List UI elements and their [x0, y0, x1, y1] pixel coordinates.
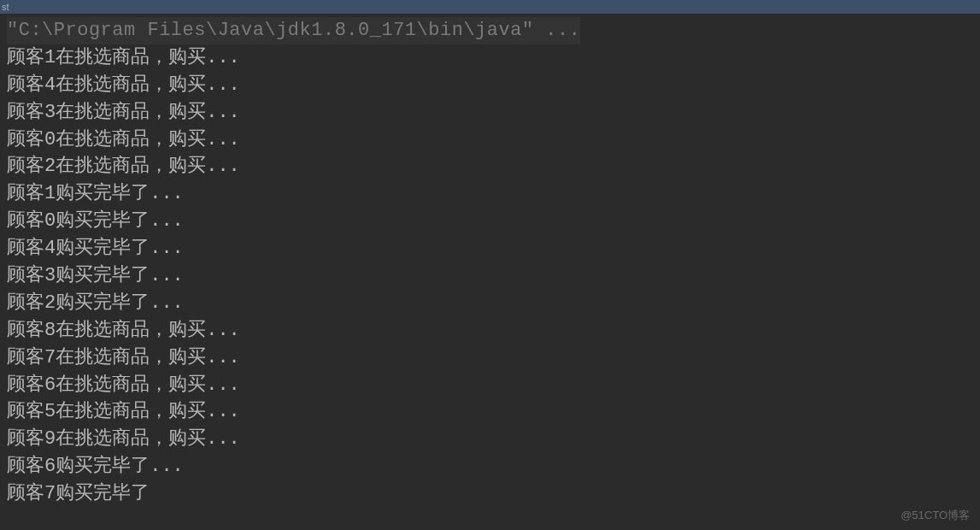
output-line: 顾客0购买完毕了...	[7, 208, 980, 235]
output-line: 顾客6购买完毕了...	[7, 453, 980, 480]
output-line: 顾客4在挑选商品，购买...	[7, 72, 980, 99]
output-line: 顾客1在挑选商品，购买...	[7, 44, 980, 72]
title-text: st	[2, 2, 9, 12]
command-line: "C:\Program Files\Java\jdk1.8.0_171\bin\…	[7, 17, 580, 44]
output-line: 顾客2在挑选商品，购买...	[7, 153, 980, 180]
output-line: 顾客0在挑选商品，购买...	[7, 127, 980, 154]
output-line: 顾客3购买完毕了...	[7, 262, 980, 290]
command-line-wrapper: "C:\Program Files\Java\jdk1.8.0_171\bin\…	[7, 17, 980, 44]
output-line: 顾客1购买完毕了...	[7, 180, 980, 208]
console-output[interactable]: "C:\Program Files\Java\jdk1.8.0_171\bin\…	[0, 14, 980, 530]
watermark: @51CTO博客	[901, 508, 970, 523]
title-bar: st	[0, 0, 980, 14]
output-line: 顾客6在挑选商品，购买...	[7, 372, 980, 399]
output-line: 顾客2购买完毕了...	[7, 290, 980, 317]
output-line: 顾客7购买完毕了	[7, 480, 980, 508]
output-line: 顾客3在挑选商品，购买...	[7, 99, 980, 127]
output-line: 顾客7在挑选商品，购买...	[7, 344, 980, 372]
output-line: 顾客4购买完毕了...	[7, 235, 980, 262]
output-line: 顾客9在挑选商品，购买...	[7, 426, 980, 453]
output-line: 顾客5在挑选商品，购买...	[7, 398, 980, 426]
output-line: 顾客8在挑选商品，购买...	[7, 317, 980, 344]
